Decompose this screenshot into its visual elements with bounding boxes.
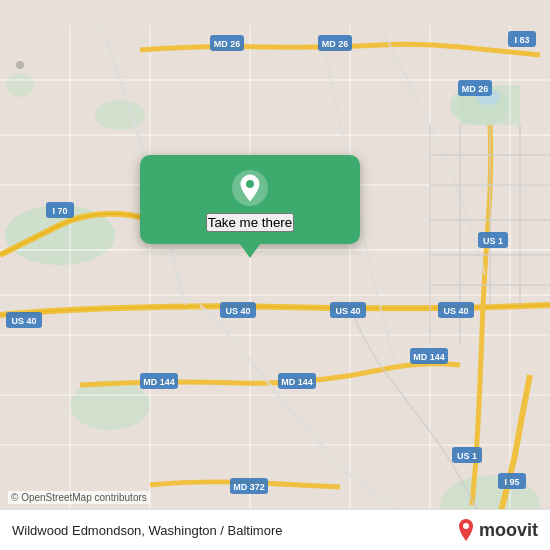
svg-point-7 xyxy=(5,73,35,97)
location-label: Wildwood Edmondson, Washington / Baltimo… xyxy=(12,523,282,538)
svg-text:MD 372: MD 372 xyxy=(233,482,265,492)
take-me-there-button[interactable]: Take me there xyxy=(206,213,294,232)
svg-text:US 40: US 40 xyxy=(443,306,468,316)
bottom-bar: Wildwood Edmondson, Washington / Baltimo… xyxy=(0,509,550,550)
svg-text:US 1: US 1 xyxy=(457,451,477,461)
moovit-brand-text: moovit xyxy=(479,520,538,541)
svg-text:MD 144: MD 144 xyxy=(413,352,445,362)
moovit-pin-icon xyxy=(457,518,475,542)
svg-text:MD 26: MD 26 xyxy=(462,84,489,94)
svg-text:I 95: I 95 xyxy=(504,477,519,487)
svg-text:US 40: US 40 xyxy=(335,306,360,316)
svg-text:I 70: I 70 xyxy=(52,206,67,216)
moovit-logo: moovit xyxy=(457,518,538,542)
svg-point-6 xyxy=(95,100,145,130)
svg-point-67 xyxy=(463,523,469,529)
svg-text:MD 26: MD 26 xyxy=(214,39,241,49)
map-svg: MD 26 MD 26 MD 26 I 83 I 70 US 40 US 40 … xyxy=(0,0,550,550)
svg-text:US 40: US 40 xyxy=(225,306,250,316)
attribution: © OpenStreetMap contributors xyxy=(8,491,150,504)
svg-text:MD 144: MD 144 xyxy=(281,377,313,387)
map-container: MD 26 MD 26 MD 26 I 83 I 70 US 40 US 40 … xyxy=(0,0,550,550)
svg-text:US 1: US 1 xyxy=(483,236,503,246)
svg-point-4 xyxy=(70,380,150,430)
svg-point-8 xyxy=(16,61,24,69)
tooltip-card: Take me there xyxy=(140,155,360,244)
svg-text:MD 26: MD 26 xyxy=(322,39,349,49)
svg-text:US 40: US 40 xyxy=(11,316,36,326)
location-pin-icon xyxy=(231,169,269,207)
svg-text:MD 144: MD 144 xyxy=(143,377,175,387)
svg-point-66 xyxy=(246,180,254,188)
svg-text:I 83: I 83 xyxy=(514,35,529,45)
